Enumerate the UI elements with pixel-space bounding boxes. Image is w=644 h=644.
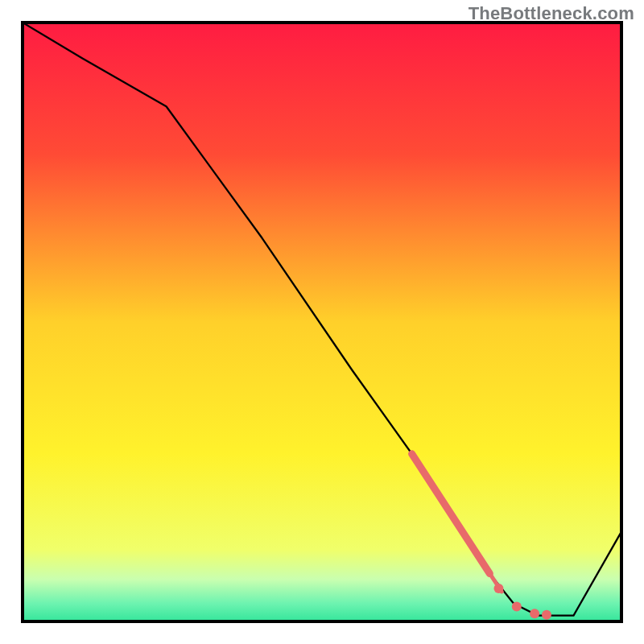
plot-area — [23, 23, 621, 621]
chart-svg — [0, 0, 644, 644]
highlight-point — [542, 610, 551, 620]
highlight-point — [493, 584, 503, 593]
gradient-background — [23, 23, 621, 621]
watermark-label: TheBottleneck.com — [469, 3, 634, 24]
highlight-point — [512, 601, 522, 611]
highlight-point — [530, 609, 539, 618]
bottleneck-chart: TheBottleneck.com — [0, 0, 644, 644]
